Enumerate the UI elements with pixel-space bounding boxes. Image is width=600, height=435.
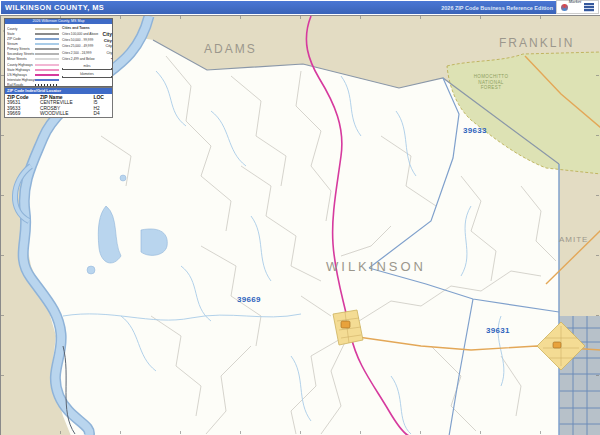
edition-label: 2026 ZIP Code Business Reference Edition [441, 5, 553, 11]
title-bar: WILKINSON COUNTY, MS 2026 ZIP Code Busin… [1, 1, 599, 14]
zip-label-39669: 39669 [237, 295, 261, 304]
zip-label-39633: 39633 [463, 126, 487, 135]
page-title: WILKINSON COUNTY, MS [1, 3, 104, 12]
us-hwy-sample [35, 74, 59, 76]
marketmaps-logo: Market MAPS [556, 0, 599, 14]
legend-line-items: County State ZIP Code Stream Primary Str… [7, 26, 59, 88]
county-hwy-sample [35, 64, 59, 66]
zip-line-sample [35, 38, 59, 40]
zip-index-header-row: ZIP Code ZIP Name LOC [5, 94, 112, 100]
scale-bar-miles: miles [62, 64, 112, 70]
zip-label-39631: 39631 [486, 326, 510, 335]
logo-market-text: Market [569, 0, 581, 4]
state-hwy-sample [35, 69, 59, 71]
logo-swirl-icon [561, 4, 568, 11]
interstate-sample [35, 79, 59, 81]
county-label-adams: ADAMS [204, 42, 257, 56]
scale-bar-kilometers: kilometers [62, 72, 112, 78]
primary-street-sample [35, 48, 59, 50]
county-label-wilkinson: WILKINSON [326, 259, 426, 274]
minor-street-sample [35, 58, 59, 60]
grid-ticks-right [596, 16, 599, 434]
highway-shield-icon [553, 342, 561, 348]
county-label-amite: AMITE [559, 235, 588, 244]
zip-index-table: ZIP Code ZIP Name LOC 39631CENTREVILLEI5… [5, 94, 112, 117]
legend-title: 2026 Wilkinson County, MS Map [5, 19, 112, 24]
state-line-sample [35, 33, 59, 35]
railroad-sample [35, 84, 59, 86]
forest-label: HOMOCHITTO NATIONAL FOREST [463, 74, 519, 91]
legend-city-class: Cities 2,499 and Below• [62, 56, 112, 62]
stream-line-sample [35, 43, 59, 45]
zip-index-panel: ZIP Code Index/Grid Locator ZIP Code ZIP… [4, 87, 113, 118]
logo-panel [584, 3, 594, 12]
legend-city-classes: Cities and Towns Cities 100,000 and Abov… [62, 26, 112, 78]
county-label-franklin: FRANKLIN [499, 36, 574, 50]
legend: 2026 Wilkinson County, MS Map County Sta… [4, 18, 113, 87]
grid-ticks-bottom [1, 431, 599, 434]
zip-index-row: 39669WOODVILLED4 [5, 111, 112, 117]
map-canvas: ADAMS FRANKLIN WILKINSON AMITE 39633 396… [0, 15, 600, 435]
secondary-street-sample [35, 53, 59, 55]
county-line-sample [35, 28, 59, 30]
highway-shield-icon [341, 321, 350, 328]
